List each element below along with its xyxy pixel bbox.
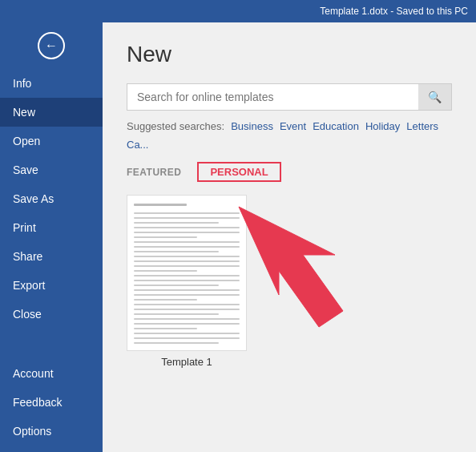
sidebar-item-print[interactable]: Print [0,213,103,242]
suggested-holiday[interactable]: Holiday [365,120,400,132]
template-line [134,232,240,233]
suggested-label: Suggested searches: [127,120,224,132]
template-line [134,227,240,228]
templates-grid: Template 1 [127,195,452,368]
template-line [134,236,197,238]
template-line [134,246,240,248]
search-input[interactable] [127,84,418,110]
template-line [134,270,197,272]
sidebar-item-close[interactable]: Close [0,300,103,329]
template-lines [134,204,240,344]
back-circle-icon: ← [38,32,65,59]
template-line [134,275,240,276]
template-line [134,337,240,339]
template-name: Template 1 [161,356,212,368]
tabs-row: FEATURED PERSONAL [127,162,452,182]
suggested-searches: Suggested searches: Business Event Educa… [127,120,452,151]
back-button[interactable]: ← [0,22,103,69]
template-line [134,333,240,334]
template-line [134,285,219,286]
template-item[interactable]: Template 1 [127,195,247,368]
suggested-business[interactable]: Business [231,120,273,132]
template-preview [127,195,247,351]
template-line [134,212,240,214]
suggested-letters[interactable]: Letters [406,120,438,132]
sidebar-item-info[interactable]: Info [0,69,103,98]
sidebar-nav: Info New Open Save Save As Print Share E… [0,69,103,452]
template-line [134,313,219,315]
search-button[interactable]: 🔍 [418,84,451,110]
template-line [134,309,240,310]
suggested-more[interactable]: Ca... [127,139,148,151]
template-line [134,251,219,252]
template-line [134,294,240,296]
search-bar: 🔍 [127,83,452,111]
template-line [134,256,240,257]
template-line [134,304,240,305]
template-line [134,280,240,281]
tab-featured[interactable]: FEATURED [127,167,181,178]
sidebar-item-account[interactable]: Account [0,359,103,388]
sidebar-item-export[interactable]: Export [0,271,103,300]
suggested-education[interactable]: Education [313,120,359,132]
sidebar-item-share[interactable]: Share [0,242,103,271]
template-line [134,299,197,301]
template-line [134,204,187,206]
sidebar-item-feedback[interactable]: Feedback [0,388,103,417]
main-content: New 🔍 Suggested searches: Business Event… [103,22,476,452]
template-line [134,265,240,267]
tab-personal[interactable]: PERSONAL [197,162,280,182]
template-line [134,289,240,291]
template-line [134,260,240,262]
sidebar-bottom: Account Feedback Options [0,359,103,452]
sidebar: ← Info New Open Save Save As Print Share [0,22,103,452]
sidebar-item-options[interactable]: Options [0,417,103,446]
template-line [134,323,240,325]
page-title: New [127,42,452,67]
suggested-event[interactable]: Event [280,120,306,132]
template-line [134,217,240,219]
sidebar-item-save[interactable]: Save [0,155,103,184]
sidebar-item-new[interactable]: New [0,98,103,127]
sidebar-item-open[interactable]: Open [0,127,103,155]
template-line [134,222,219,224]
template-line [134,328,197,329]
sidebar-item-save-as[interactable]: Save As [0,184,103,213]
title-bar-text: Template 1.dotx - Saved to this PC [320,6,468,17]
template-line [134,318,240,320]
template-line [134,342,219,344]
template-line [134,241,240,243]
